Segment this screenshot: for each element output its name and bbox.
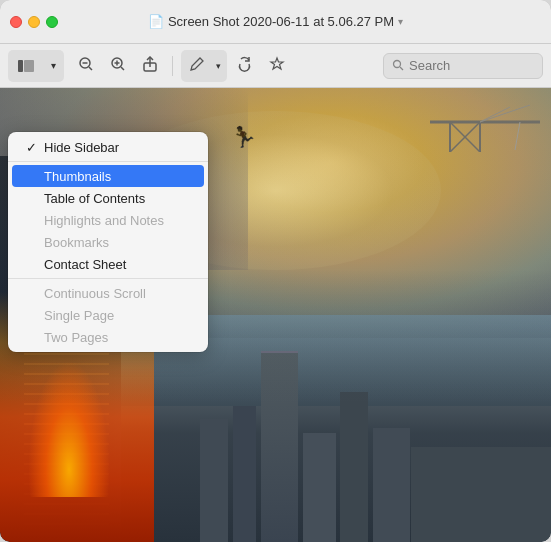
- titlebar: 📄 Screen Shot 2020-06-11 at 5.06.27 PM ▾: [0, 0, 551, 44]
- menu-item-single-page: Single Page: [8, 304, 208, 326]
- zoom-out-button[interactable]: [72, 52, 100, 80]
- svg-rect-1: [24, 60, 34, 72]
- share-icon: [142, 56, 158, 75]
- annotate-button[interactable]: [183, 52, 211, 80]
- toolbar: ▾: [0, 44, 551, 88]
- traffic-lights: [10, 16, 58, 28]
- menu-separator-1: [8, 161, 208, 162]
- sidebar-toggle-icon: [18, 59, 34, 73]
- preview-window: 📄 Screen Shot 2020-06-11 at 5.06.27 PM ▾…: [0, 0, 551, 542]
- sidebar-chevron-button[interactable]: ▾: [44, 52, 62, 80]
- document-icon: 📄: [148, 14, 164, 29]
- dropdown-menu: ✓ Hide Sidebar Thumbnails Table of Conte…: [8, 132, 208, 352]
- search-icon: [392, 57, 404, 75]
- menu-item-two-pages: Two Pages: [8, 326, 208, 348]
- svg-point-11: [394, 60, 401, 67]
- close-button[interactable]: [10, 16, 22, 28]
- content-area: 🏃: [0, 88, 551, 542]
- svg-line-12: [400, 67, 403, 70]
- checkmark-icon: ✓: [24, 140, 38, 155]
- menu-item-hide-sidebar[interactable]: ✓ Hide Sidebar: [8, 136, 208, 158]
- search-box[interactable]: [383, 53, 543, 79]
- markup-icon: [269, 56, 285, 75]
- minimize-button[interactable]: [28, 16, 40, 28]
- sidebar-toggle-group: ▾: [8, 50, 64, 82]
- menu-item-continuous-scroll: Continuous Scroll: [8, 282, 208, 304]
- window-title: 📄 Screen Shot 2020-06-11 at 5.06.27 PM ▾: [148, 14, 403, 29]
- zoom-out-icon: [78, 56, 94, 76]
- rotate-icon: [237, 56, 253, 75]
- svg-line-8: [121, 67, 124, 70]
- sidebar-toggle-button[interactable]: [10, 52, 42, 80]
- maximize-button[interactable]: [46, 16, 58, 28]
- menu-item-thumbnails[interactable]: Thumbnails: [12, 165, 204, 187]
- toolbar-separator-1: [172, 56, 173, 76]
- menu-separator-2: [8, 278, 208, 279]
- menu-item-bookmarks: Bookmarks: [8, 231, 208, 253]
- search-input[interactable]: [409, 58, 534, 73]
- annotate-chevron-button[interactable]: ▾: [211, 52, 225, 80]
- zoom-in-button[interactable]: [104, 52, 132, 80]
- menu-item-highlights-notes: Highlights and Notes: [8, 209, 208, 231]
- share-button[interactable]: [136, 52, 164, 80]
- menu-item-table-of-contents[interactable]: Table of Contents: [8, 187, 208, 209]
- zoom-in-icon: [110, 56, 126, 75]
- pencil-icon: [189, 56, 205, 75]
- annotate-group: ▾: [181, 50, 227, 82]
- chevron-down-icon: ▾: [398, 16, 403, 27]
- svg-line-4: [89, 67, 92, 70]
- markup-button[interactable]: [263, 52, 291, 80]
- rotate-button[interactable]: [231, 52, 259, 80]
- svg-rect-0: [18, 60, 23, 72]
- menu-item-contact-sheet[interactable]: Contact Sheet: [8, 253, 208, 275]
